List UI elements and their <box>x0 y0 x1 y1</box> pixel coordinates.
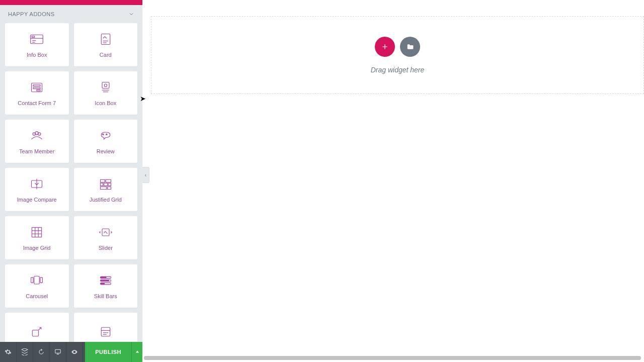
widget-category-header[interactable]: HAPPY ADDONS <box>0 5 142 23</box>
svg-rect-48 <box>55 349 61 353</box>
canvas-drop-area[interactable]: Drag widget here <box>151 16 644 94</box>
svg-rect-24 <box>104 183 107 186</box>
svg-rect-10 <box>33 87 40 89</box>
navigator-button[interactable] <box>17 342 33 362</box>
slider-icon <box>99 225 113 240</box>
widget-card[interactable]: Card <box>74 23 138 66</box>
svg-rect-33 <box>102 229 109 236</box>
skill-bars-icon <box>99 273 113 288</box>
svg-rect-27 <box>107 187 111 189</box>
widget-team-member[interactable]: Team Member <box>5 120 69 163</box>
widget-grid: Info Box Card Contact Form 7 Icon Box Te <box>0 23 142 362</box>
widget-info-box[interactable]: Info Box <box>5 23 69 66</box>
svg-rect-25 <box>108 183 111 186</box>
info-box-icon <box>30 32 44 47</box>
widget-slider[interactable]: Slider <box>74 216 138 259</box>
collapse-panel-button[interactable]: ‹ <box>142 167 149 183</box>
add-section-button[interactable] <box>375 37 395 57</box>
publish-button[interactable]: PUBLISH <box>85 342 131 362</box>
widget-label: Carousel <box>26 293 48 299</box>
widget-image-grid[interactable]: Image Grid <box>5 216 69 259</box>
widget-review[interactable]: Review <box>74 120 138 163</box>
svg-rect-36 <box>40 278 42 283</box>
scrollbar-thumb[interactable] <box>144 356 641 360</box>
widget-contact-form-7[interactable]: Contact Form 7 <box>5 71 69 115</box>
svg-rect-34 <box>34 276 40 284</box>
widget-label: Info Box <box>27 52 47 58</box>
justified-grid-icon <box>99 176 113 192</box>
svg-rect-23 <box>100 183 103 186</box>
widget-label: Card <box>100 52 112 58</box>
carousel-icon <box>30 273 44 288</box>
svg-rect-26 <box>100 187 106 189</box>
svg-rect-11 <box>37 89 40 91</box>
publish-options-button[interactable] <box>131 342 142 362</box>
widget-label: Slider <box>99 245 113 251</box>
svg-rect-35 <box>31 278 33 283</box>
team-member-icon <box>30 128 44 143</box>
widget-skill-bars[interactable]: Skill Bars <box>74 264 138 308</box>
horizontal-scrollbar[interactable] <box>144 356 641 360</box>
add-template-button[interactable] <box>400 37 420 57</box>
widget-label: Image Compare <box>17 197 57 203</box>
icon-box-icon <box>99 80 113 95</box>
widget-justified-grid[interactable]: Justified Grid <box>74 168 138 211</box>
panel-footer: PUBLISH <box>0 342 142 362</box>
widget-panel: HAPPY ADDONS Info Box Card Contact Form … <box>0 0 142 362</box>
widget-label: Contact Form 7 <box>18 100 56 106</box>
sidebar-accent-bar <box>0 0 142 5</box>
responsive-button[interactable] <box>50 342 66 362</box>
category-title: HAPPY ADDONS <box>8 11 55 17</box>
image-compare-icon <box>30 176 44 192</box>
widget-label: Skill Bars <box>94 293 117 299</box>
review-icon <box>99 128 113 143</box>
widget-label: Review <box>97 148 115 154</box>
svg-rect-38 <box>100 277 106 279</box>
widget-carousel[interactable]: Carousel <box>5 264 69 308</box>
history-button[interactable] <box>33 342 50 362</box>
scale-icon <box>30 324 44 339</box>
svg-rect-43 <box>33 330 39 336</box>
svg-point-13 <box>104 84 107 86</box>
widget-label: Image Grid <box>23 245 50 251</box>
card-icon <box>99 32 113 47</box>
preview-button[interactable] <box>66 342 83 362</box>
svg-rect-44 <box>101 327 110 336</box>
widget-label: Team Member <box>19 148 54 154</box>
svg-point-18 <box>35 132 38 135</box>
plus-icon <box>381 43 388 50</box>
svg-rect-22 <box>106 179 111 182</box>
widget-image-compare[interactable]: Image Compare <box>5 168 69 211</box>
folder-icon <box>407 43 414 50</box>
chevron-left-icon: ‹ <box>145 172 146 178</box>
svg-rect-9 <box>33 85 40 86</box>
chevron-down-icon <box>128 11 134 17</box>
svg-rect-28 <box>32 227 42 237</box>
widget-label: Justified Grid <box>90 197 122 203</box>
svg-rect-40 <box>100 280 109 282</box>
svg-rect-12 <box>102 82 109 88</box>
layout-icon <box>99 324 113 339</box>
svg-rect-21 <box>100 179 105 182</box>
widget-label: Icon Box <box>95 100 116 106</box>
svg-rect-42 <box>100 283 105 285</box>
image-grid-icon <box>30 225 44 240</box>
contact-form-icon <box>30 80 44 95</box>
widget-icon-box[interactable]: Icon Box <box>74 71 138 115</box>
settings-button[interactable] <box>0 342 17 362</box>
drop-hint: Drag widget here <box>371 66 425 74</box>
svg-rect-2 <box>32 36 35 38</box>
